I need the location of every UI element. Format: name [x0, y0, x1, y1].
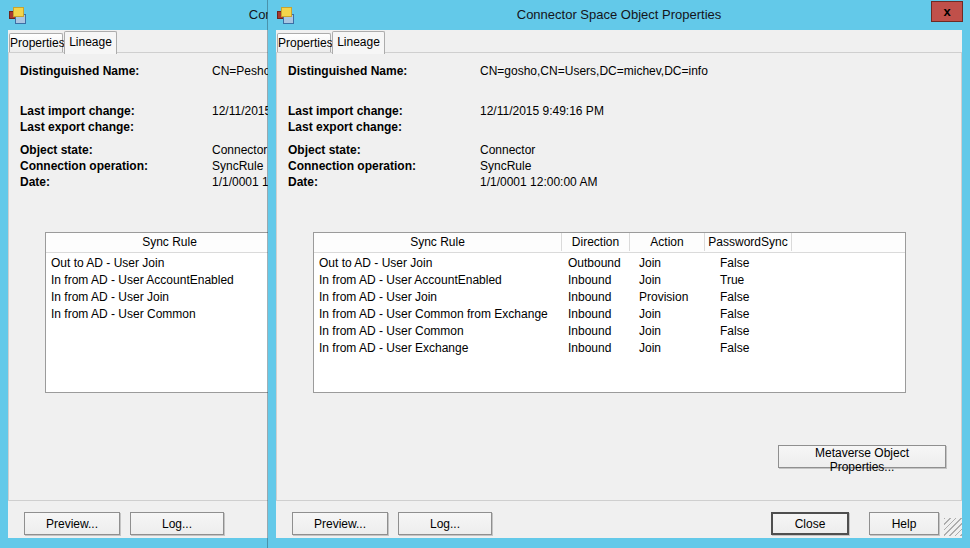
column-header[interactable]: Action [630, 233, 705, 251]
table-cell: False [705, 306, 792, 323]
table-cell: In from AD - User Join [314, 289, 562, 306]
table-cell: Inbound [562, 323, 630, 340]
table-cell: Inbound [562, 306, 630, 323]
tab-properties[interactable]: Properties [9, 33, 63, 52]
table-cell: In from AD - User Common [46, 306, 294, 323]
help-button[interactable]: Help [869, 512, 939, 535]
field-object-state: Object state: Connector [277, 143, 959, 158]
table-cell: False [705, 255, 792, 272]
table-row[interactable]: In from AD - User Common from ExchangeIn… [314, 306, 905, 323]
table-cell: In from AD - User Common [314, 323, 562, 340]
table-cell: True [705, 272, 792, 289]
field-last-import-change: Last import change: 12/11/2015 9:49:16 P… [277, 104, 959, 119]
sync-rule-list-body: Out to AD - User JoinOutboundJoinFalseIn… [314, 253, 905, 392]
column-header[interactable]: Sync Rule [314, 233, 562, 251]
table-cell: False [705, 340, 792, 357]
table-cell: False [705, 289, 792, 306]
table-row[interactable]: Out to AD - User JoinOutboundJoinFalse [314, 255, 905, 272]
table-cell: Join [630, 306, 705, 323]
tab-lineage[interactable]: Lineage [64, 31, 117, 54]
column-header[interactable]: PasswordSync [705, 233, 792, 251]
sync-rule-list-header: Sync RuleDirectionActionPasswordSync [314, 233, 905, 253]
field-last-export-change: Last export change: [277, 120, 959, 135]
column-header[interactable]: Sync Rule [46, 233, 294, 251]
table-cell: Join [630, 272, 705, 289]
tab-properties[interactable]: Properties [277, 33, 331, 52]
dialog-body: Properties Lineage Distinguished Name: C… [276, 30, 962, 538]
log-button[interactable]: Log... [398, 512, 492, 535]
table-cell: Out to AD - User Join [314, 255, 562, 272]
table-cell: False [705, 323, 792, 340]
preview-button[interactable]: Preview... [24, 512, 120, 535]
field-date: Date: 1/1/0001 12:00:00 AM [277, 175, 959, 190]
table-cell: Join [630, 255, 705, 272]
close-icon[interactable]: x [931, 1, 963, 22]
table-row[interactable]: In from AD - User AccountEnabledInboundJ… [314, 272, 905, 289]
table-cell: Provision [630, 289, 705, 306]
table-cell: Out to AD - User Join [46, 255, 294, 272]
dialog-connector-space-object-properties-front: Connector Space Object Properties x Prop… [268, 0, 970, 548]
table-cell: In from AD - User AccountEnabled [314, 272, 562, 289]
table-cell: Inbound [562, 340, 630, 357]
table-cell: Inbound [562, 289, 630, 306]
field-distinguished-name: Distinguished Name: CN=gosho,CN=Users,DC… [277, 64, 959, 79]
preview-button[interactable]: Preview... [292, 512, 388, 535]
log-button[interactable]: Log... [130, 512, 224, 535]
window-title: Connector Space Object Properties [268, 0, 970, 30]
close-button[interactable]: Close [771, 512, 849, 535]
table-cell: In from AD - User AccountEnabled [46, 272, 294, 289]
lineage-tab-page: Distinguished Name: CN=gosho,CN=Users,DC… [276, 52, 962, 501]
metaverse-object-properties-button[interactable]: Metaverse Object Properties... [778, 445, 946, 468]
table-row[interactable]: In from AD - User ExchangeInboundJoinFal… [314, 340, 905, 357]
table-cell: In from AD - User Join [46, 289, 294, 306]
table-cell: Inbound [562, 272, 630, 289]
titlebar[interactable]: Connector Space Object Properties x [268, 0, 970, 30]
table-cell: In from AD - User Exchange [314, 340, 562, 357]
table-cell: Join [630, 340, 705, 357]
field-connection-operation: Connection operation: SyncRule [277, 159, 959, 174]
column-header[interactable]: Direction [562, 233, 630, 251]
table-row[interactable]: In from AD - User CommonInboundJoinFalse [314, 323, 905, 340]
table-row[interactable]: In from AD - User JoinInboundProvisionFa… [314, 289, 905, 306]
table-cell: Join [630, 323, 705, 340]
sync-rule-list: Sync RuleDirectionActionPasswordSync Out… [313, 232, 906, 393]
table-cell: Outbound [562, 255, 630, 272]
resize-grip-icon[interactable] [944, 518, 962, 536]
tab-lineage[interactable]: Lineage [332, 31, 385, 54]
table-cell: In from AD - User Common from Exchange [314, 306, 562, 323]
